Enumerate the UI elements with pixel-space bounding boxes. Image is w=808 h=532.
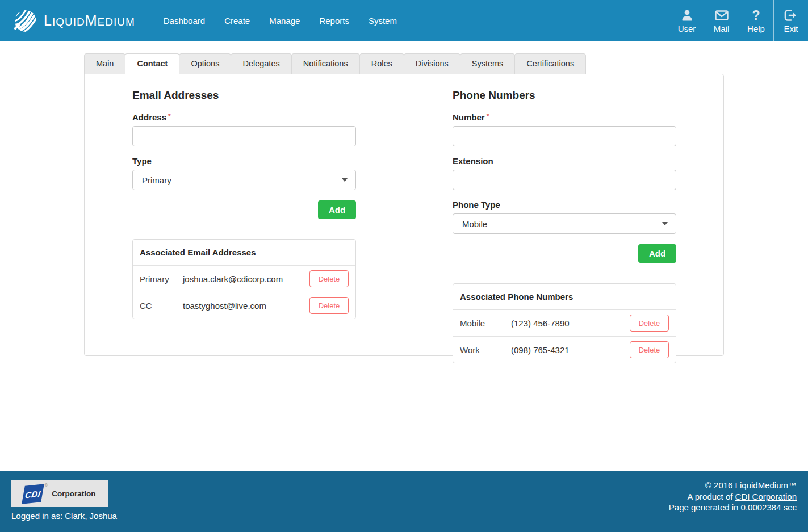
add-email-button[interactable]: Add	[318, 200, 356, 219]
phone-value-cell: (123) 456-7890	[511, 319, 630, 328]
associated-emails-table: Associated Email Addresses Primary joshu…	[132, 239, 356, 319]
mail-icon	[714, 9, 729, 22]
top-navigation-bar: LIQUIDMEDIUM Dashboard Create Manage Rep…	[0, 0, 808, 41]
chevron-down-icon	[342, 178, 348, 182]
profile-tabs: Main Contact Options Delegates Notificat…	[84, 53, 808, 74]
cdi-flag-icon: CDI	[22, 484, 45, 504]
delete-email-button[interactable]: Delete	[309, 270, 349, 287]
contact-tab-panel: Email Addresses Address* Type Primary Ad…	[84, 74, 724, 356]
tab-certifications[interactable]: Certifications	[514, 53, 586, 74]
registered-mark: ®	[44, 483, 48, 488]
nav-item-reports[interactable]: Reports	[319, 16, 349, 26]
number-label: Number*	[453, 112, 676, 122]
associated-emails-title: Associated Email Addresses	[133, 240, 355, 265]
tab-main[interactable]: Main	[84, 53, 125, 74]
required-asterisk: *	[487, 112, 489, 120]
tab-roles[interactable]: Roles	[359, 53, 404, 74]
email-type-select[interactable]: Primary	[132, 170, 356, 190]
address-label: Address*	[132, 112, 356, 122]
email-addresses-section: Email Addresses Address* Type Primary Ad…	[132, 74, 356, 319]
cdi-corporation-link[interactable]: CDI Corporation	[735, 492, 797, 501]
product-line: A product of CDI Corporation	[669, 491, 797, 502]
phone-type-label: Phone Type	[453, 200, 676, 210]
extension-input[interactable]	[453, 170, 676, 190]
associated-phones-table: Associated Phone Numbers Mobile (123) 45…	[453, 283, 676, 363]
extension-label: Extension	[453, 156, 676, 166]
add-phone-button[interactable]: Add	[638, 244, 676, 263]
copyright-text: © 2016 LiquidMedium™	[669, 480, 797, 491]
tab-notifications[interactable]: Notifications	[291, 53, 360, 74]
help-label: Help	[747, 24, 765, 33]
email-value-cell: joshua.clark@cdicorp.com	[183, 274, 309, 284]
help-button[interactable]: ? Help	[739, 0, 773, 41]
phone-value-cell: (098) 765-4321	[511, 345, 630, 355]
phone-type-cell: Work	[460, 345, 511, 355]
tab-contact[interactable]: Contact	[125, 53, 179, 74]
liquidmedium-globe-icon	[14, 10, 37, 32]
chevron-down-icon	[662, 222, 668, 225]
email-type-label: Type	[132, 156, 356, 166]
phone-section-title: Phone Numbers	[453, 89, 676, 102]
associated-phones-title: Associated Phone Numbers	[453, 284, 676, 309]
tab-options[interactable]: Options	[179, 53, 231, 74]
brand-name: LIQUIDMEDIUM	[44, 12, 135, 29]
user-label: User	[678, 24, 696, 33]
tab-systems[interactable]: Systems	[460, 53, 516, 74]
table-row: Primary joshua.clark@cdicorp.com Delete	[133, 265, 355, 292]
email-address-input[interactable]	[132, 126, 356, 146]
exit-icon	[784, 9, 798, 22]
mail-button[interactable]: Mail	[704, 0, 739, 41]
user-button[interactable]: User	[669, 0, 704, 41]
delete-phone-button[interactable]: Delete	[630, 315, 669, 332]
phone-type-selected-value: Mobile	[462, 219, 662, 229]
delete-email-button[interactable]: Delete	[309, 297, 349, 314]
phone-type-cell: Mobile	[460, 319, 511, 328]
header-actions: User Mail ? Help Exit	[669, 0, 808, 41]
required-asterisk: *	[168, 112, 171, 120]
footer-meta: © 2016 LiquidMedium™ A product of CDI Co…	[669, 480, 797, 513]
nav-item-manage[interactable]: Manage	[269, 16, 300, 26]
phone-type-select[interactable]: Mobile	[453, 213, 676, 234]
brand-logo[interactable]: LIQUIDMEDIUM	[0, 0, 135, 41]
tab-divisions[interactable]: Divisions	[404, 53, 460, 74]
exit-button[interactable]: Exit	[773, 0, 808, 41]
email-value-cell: toastyghost@live.com	[183, 301, 309, 311]
phone-numbers-section: Phone Numbers Number* Extension Phone Ty…	[453, 74, 676, 363]
email-type-cell: CC	[140, 301, 183, 311]
email-section-title: Email Addresses	[132, 89, 356, 102]
table-row: CC toastyghost@live.com Delete	[133, 292, 355, 319]
cdi-corporation-label: Corporation	[52, 489, 95, 498]
email-type-cell: Primary	[140, 274, 183, 284]
tab-delegates[interactable]: Delegates	[231, 53, 291, 74]
help-icon: ?	[752, 9, 760, 22]
user-icon	[680, 9, 694, 22]
table-row: Work (098) 765-4321 Delete	[453, 336, 676, 363]
exit-label: Exit	[784, 24, 798, 33]
nav-item-dashboard[interactable]: Dashboard	[164, 16, 205, 26]
table-row: Mobile (123) 456-7890 Delete	[453, 309, 676, 336]
nav-item-system[interactable]: System	[369, 16, 397, 26]
mail-label: Mail	[714, 24, 730, 33]
page-footer: CDI ® Corporation Logged in as: Clark, J…	[0, 471, 808, 532]
delete-phone-button[interactable]: Delete	[630, 341, 669, 358]
page-generated-text: Page generated in 0.0002384 sec	[669, 502, 797, 513]
main-nav: Dashboard Create Manage Reports System	[164, 0, 397, 41]
phone-number-input[interactable]	[453, 126, 676, 146]
email-type-selected-value: Primary	[142, 175, 342, 185]
cdi-corporation-logo: CDI ® Corporation	[11, 480, 108, 507]
nav-item-create[interactable]: Create	[224, 16, 250, 26]
logged-in-status: Logged in as: Clark, Joshua	[11, 511, 117, 521]
